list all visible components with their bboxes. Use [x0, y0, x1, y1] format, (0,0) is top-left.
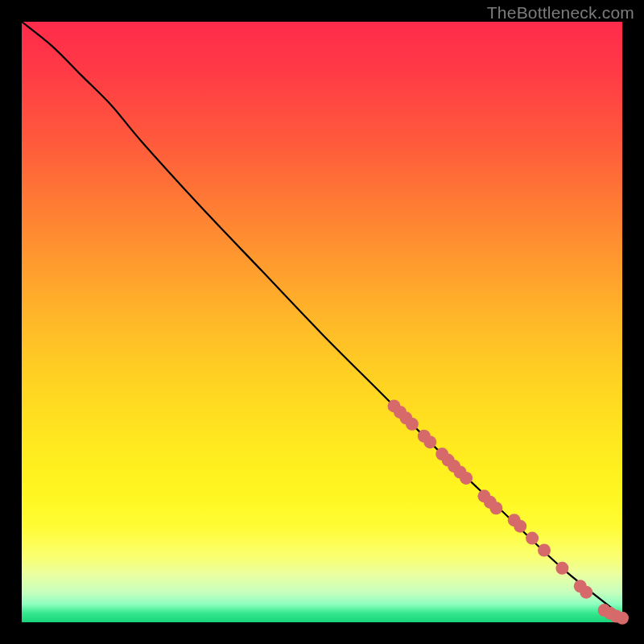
- data-point: [538, 543, 551, 556]
- data-point: [460, 472, 473, 485]
- data-point: [406, 418, 419, 431]
- data-point: [423, 436, 436, 448]
- data-point: [580, 586, 592, 599]
- chart-data-points: [388, 399, 629, 624]
- chart-stage: TheBottleneck.com: [0, 0, 644, 644]
- data-point: [555, 562, 568, 575]
- data-point: [526, 532, 539, 545]
- data-point: [514, 520, 526, 533]
- data-point: [616, 612, 629, 625]
- data-point: [489, 502, 502, 514]
- chart-overlay-svg: [0, 0, 644, 644]
- chart-curve: [22, 22, 622, 617]
